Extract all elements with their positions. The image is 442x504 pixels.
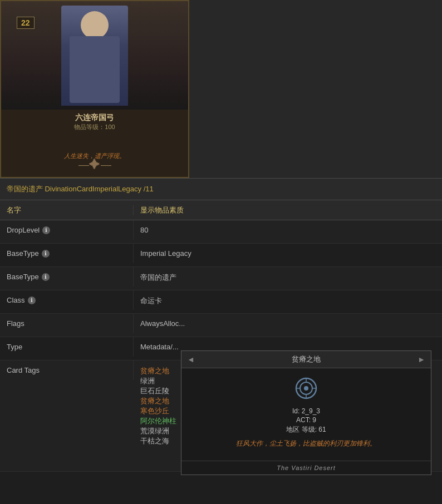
tooltip-body: Id: 2_9_3 ACT: 9 地区 等级: 61 狂风大作，尘土飞扬，比盗贼… bbox=[181, 368, 431, 461]
row-label-basetype-en: BaseType ℹ bbox=[0, 244, 134, 263]
row-value-droplevel: 80 bbox=[134, 220, 442, 240]
row-value-basetype-cn: 帝国的遗产 bbox=[134, 267, 442, 288]
row-label-type: Type bbox=[0, 337, 134, 357]
info-icon-basetype-en[interactable]: ℹ bbox=[42, 250, 50, 258]
tooltip-title: 贫瘠之地 bbox=[195, 354, 418, 364]
card-panel: 22 ⸻✦⸻ 六连帝国弓 物品等级：100 人生迷失，遗产浮现。 ⸻✦⸻ bbox=[0, 0, 189, 178]
title-bar: 帝国的遗产 DivinationCardImperialLegacy /11 bbox=[0, 178, 442, 200]
tooltip-footer: The Vastiri Desert bbox=[181, 461, 431, 475]
tooltip-header: ◄ 贫瘠之地 ► bbox=[181, 351, 431, 368]
card-subtitle: 物品等级：100 bbox=[1, 123, 188, 131]
tooltip-act-line: ACT: 9 bbox=[190, 416, 422, 424]
col-header-value: 显示物品素质 bbox=[134, 205, 442, 215]
row-value-class: 命运卡 bbox=[134, 290, 442, 312]
info-icon-class[interactable]: ℹ bbox=[28, 297, 36, 304]
card-number: 22 bbox=[17, 17, 35, 29]
card-figure bbox=[61, 6, 128, 106]
row-label-card-tags: Card Tags bbox=[0, 360, 134, 380]
row-label-class: Class ℹ bbox=[0, 290, 134, 310]
tooltip-area-level-line: 地区 等级: 61 bbox=[190, 425, 422, 434]
table-row: DropLevel ℹ 80 bbox=[0, 220, 442, 244]
table-header: 名字 显示物品素质 bbox=[0, 200, 442, 220]
table-row: BaseType ℹ 帝国的遗产 bbox=[0, 267, 442, 290]
top-right-panel bbox=[189, 0, 442, 178]
table-row: BaseType ℹ Imperial Legacy bbox=[0, 244, 442, 267]
info-icon-basetype-cn[interactable]: ℹ bbox=[42, 273, 50, 281]
tooltip-id-line: Id: 2_9_3 bbox=[190, 407, 422, 415]
tooltip-arrow-right[interactable]: ► bbox=[418, 355, 425, 364]
card-title: 六连帝国弓 bbox=[1, 113, 188, 123]
row-label-flags: Flags bbox=[0, 314, 134, 333]
row-label-droplevel: DropLevel ℹ bbox=[0, 220, 134, 240]
tooltip-icon-area bbox=[190, 376, 422, 403]
table-row: Class ℹ 命运卡 bbox=[0, 290, 442, 314]
table-row: Flags AlwaysAlloc... bbox=[0, 314, 442, 337]
svg-point-2 bbox=[304, 386, 308, 391]
row-label-basetype-cn: BaseType ℹ bbox=[0, 267, 134, 286]
tooltip-arrow-left[interactable]: ◄ bbox=[187, 355, 195, 364]
card-title-area: 六连帝国弓 物品等级：100 bbox=[1, 110, 188, 132]
tooltip-flavour: 狂风大作，尘土飞扬，比盗贼的利刃更加锋利。 bbox=[190, 439, 422, 448]
row-value-basetype-en: Imperial Legacy bbox=[134, 244, 442, 263]
card-ornament-bottom: ⸻✦⸻ bbox=[78, 159, 111, 171]
title-bar-text: 帝国的遗产 DivinationCardImperialLegacy /11 bbox=[7, 184, 154, 194]
tooltip-map-icon bbox=[294, 376, 318, 401]
row-value-flags: AlwaysAlloc... bbox=[134, 314, 442, 333]
tooltip-popup: ◄ 贫瘠之地 ► Id: 2_9_3 ACT: 9 地区 等级: 61 狂风大作… bbox=[181, 350, 431, 475]
info-icon-droplevel[interactable]: ℹ bbox=[42, 226, 50, 234]
col-header-name: 名字 bbox=[0, 205, 134, 215]
